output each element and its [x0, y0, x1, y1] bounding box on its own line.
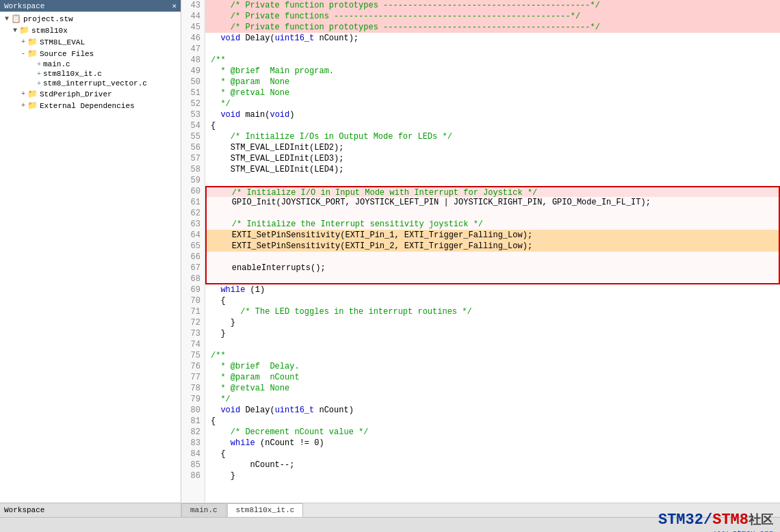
code-line-85[interactable]: nCount--;	[205, 460, 780, 470]
line-number-48: 48	[181, 55, 205, 66]
brand-area: STM32/STM8社区 www.stmcu.org	[658, 512, 773, 532]
line-number-54: 54	[181, 120, 205, 131]
code-line-44[interactable]: /* Private functions -------------------…	[205, 11, 780, 22]
line-number-62: 62	[181, 208, 205, 219]
code-line-66[interactable]	[205, 252, 780, 263]
line-number-81: 81	[181, 416, 205, 427]
line-number-65: 65	[181, 241, 205, 252]
code-line-45[interactable]: /* Private function prototypes ---------…	[205, 22, 780, 33]
expander-stm8l10x: ▼	[11, 27, 19, 34]
tab-main-c[interactable]: main.c	[181, 503, 226, 517]
brand-url: www.stmcu.org	[714, 529, 773, 532]
line-number-43: 43	[181, 0, 205, 11]
code-content[interactable]: /* Private function prototypes ---------…	[205, 0, 780, 503]
code-line-80[interactable]: void Delay(uint16_t nCount)	[205, 405, 780, 416]
code-line-43[interactable]: /* Private function prototypes ---------…	[205, 0, 780, 11]
folder-icon-stm8l10x: 📁	[19, 25, 29, 36]
code-line-74[interactable]	[205, 339, 780, 350]
tree-item-main-c[interactable]: + main.c	[0, 59, 181, 69]
file-icon-main-c: +	[37, 61, 41, 68]
code-line-62[interactable]	[205, 208, 780, 219]
code-line-60[interactable]: /* Initialize I/O in Input Mode with Int…	[205, 186, 780, 197]
file-icon-interrupt-vector: +	[37, 80, 41, 88]
tree-item-external-deps[interactable]: + 📁 External Dependencies	[0, 100, 181, 111]
code-line-76[interactable]: * @brief Delay.	[205, 361, 780, 372]
code-line-56[interactable]: STM_EVAL_LEDInit(LED2);	[205, 142, 780, 153]
line-number-66: 66	[181, 252, 205, 263]
tab-stm8l10x-it-c[interactable]: stm8l10x_it.c	[227, 503, 304, 517]
code-line-75[interactable]: /**	[205, 350, 780, 361]
code-line-52[interactable]: */	[205, 98, 780, 109]
code-line-68[interactable]	[205, 274, 780, 284]
code-line-64[interactable]: EXTI_SetPinSensitivity(EXTI_Pin_1, EXTI_…	[205, 230, 780, 241]
workspace-button[interactable]: Workspace	[0, 503, 181, 517]
line-numbers: 4344454647484950515253545556575859606162…	[181, 0, 205, 503]
tree-item-stm8l-eval[interactable]: + 📁 STM8L_EVAL	[0, 36, 181, 48]
code-line-71[interactable]: /* The LED toggles in the interrupt rout…	[205, 306, 780, 317]
code-line-57[interactable]: STM_EVAL_LEDInit(LED3);	[205, 153, 780, 164]
source-files-label: Source Files	[40, 50, 94, 58]
line-number-53: 53	[181, 109, 205, 120]
line-number-73: 73	[181, 328, 205, 339]
line-number-46: 46	[181, 33, 205, 44]
code-line-50[interactable]: * @param None	[205, 77, 780, 88]
line-number-56: 56	[181, 142, 205, 153]
code-line-86[interactable]: }	[205, 470, 780, 481]
code-line-83[interactable]: while (nCount != 0)	[205, 438, 780, 449]
code-line-61[interactable]: GPIO_Init(JOYSTICK_PORT, JOYSTICK_LEFT_P…	[205, 197, 780, 208]
code-line-82[interactable]: /* Decrement nCount value */	[205, 427, 780, 438]
sidebar-title: Workspace	[4, 2, 44, 10]
code-line-47[interactable]	[205, 44, 780, 55]
code-line-81[interactable]: {	[205, 416, 780, 427]
project-icon: 📋	[11, 14, 21, 24]
tree-item-source-files[interactable]: - 📁 Source Files	[0, 48, 181, 59]
code-line-51[interactable]: * @retval None	[205, 88, 780, 98]
stm8l10x-it-label: stm8l10x_it.c	[43, 70, 102, 78]
expander-external-deps: +	[19, 102, 27, 109]
code-line-63[interactable]: /* Initialize the Interrupt sensitivity …	[205, 219, 780, 230]
tree-item-interrupt-vector[interactable]: + stm8_interrupt_vector.c	[0, 79, 181, 88]
line-number-68: 68	[181, 274, 205, 284]
workspace-label: Workspace	[4, 506, 44, 514]
code-line-58[interactable]: STM_EVAL_LEDInit(LED4);	[205, 164, 780, 175]
code-line-79[interactable]: */	[205, 394, 780, 405]
line-number-51: 51	[181, 88, 205, 98]
line-number-77: 77	[181, 372, 205, 383]
line-number-50: 50	[181, 77, 205, 88]
main-c-label: main.c	[43, 60, 70, 68]
expander-stdperiph: +	[19, 90, 27, 98]
code-line-67[interactable]: enableInterrupts();	[205, 263, 780, 274]
interrupt-vector-label: stm8_interrupt_vector.c	[43, 79, 147, 88]
line-number-58: 58	[181, 164, 205, 175]
code-line-54[interactable]: {	[205, 120, 780, 131]
code-line-70[interactable]: {	[205, 295, 780, 306]
line-number-59: 59	[181, 175, 205, 186]
tree-item-project[interactable]: ▼ 📋 project.stw	[0, 13, 181, 25]
line-number-84: 84	[181, 449, 205, 460]
code-area[interactable]: 4344454647484950515253545556575859606162…	[181, 0, 780, 503]
external-deps-label: External Dependencies	[40, 102, 135, 110]
tree-item-stm8l10x-it-c[interactable]: + stm8l10x_it.c	[0, 69, 181, 79]
code-line-53[interactable]: void main(void)	[205, 109, 780, 120]
code-line-49[interactable]: * @brief Main program.	[205, 66, 780, 77]
sidebar-close[interactable]: ✕	[172, 1, 177, 10]
code-line-65[interactable]: EXTI_SetPinSensitivity(EXTI_Pin_2, EXTI_…	[205, 241, 780, 252]
code-line-73[interactable]: }	[205, 328, 780, 339]
bottom-bar: STM32/STM8社区 www.stmcu.org	[0, 517, 780, 532]
expander-stm8l-eval: +	[19, 38, 27, 46]
folder-icon-stdperiph: 📁	[27, 89, 38, 99]
tree-item-stdperiph[interactable]: + 📁 StdPeriph_Driver	[0, 88, 181, 100]
stm8l-eval-label: STM8L_EVAL	[40, 38, 85, 46]
code-line-55[interactable]: /* Initialize I/Os in Output Mode for LE…	[205, 131, 780, 142]
code-line-48[interactable]: /**	[205, 55, 780, 66]
folder-icon-stm8l-eval: 📁	[27, 37, 38, 47]
line-number-61: 61	[181, 197, 205, 208]
code-line-77[interactable]: * @param nCount	[205, 372, 780, 383]
code-line-78[interactable]: * @retval None	[205, 383, 780, 394]
tree-item-stm8l10x[interactable]: ▼ 📁 stm8l10x	[0, 25, 181, 36]
code-line-72[interactable]: }	[205, 317, 780, 328]
code-line-59[interactable]	[205, 175, 780, 186]
code-line-84[interactable]: {	[205, 449, 780, 460]
code-line-69[interactable]: while (1)	[205, 284, 780, 295]
code-line-46[interactable]: void Delay(uint16_t nCount);	[205, 33, 780, 44]
